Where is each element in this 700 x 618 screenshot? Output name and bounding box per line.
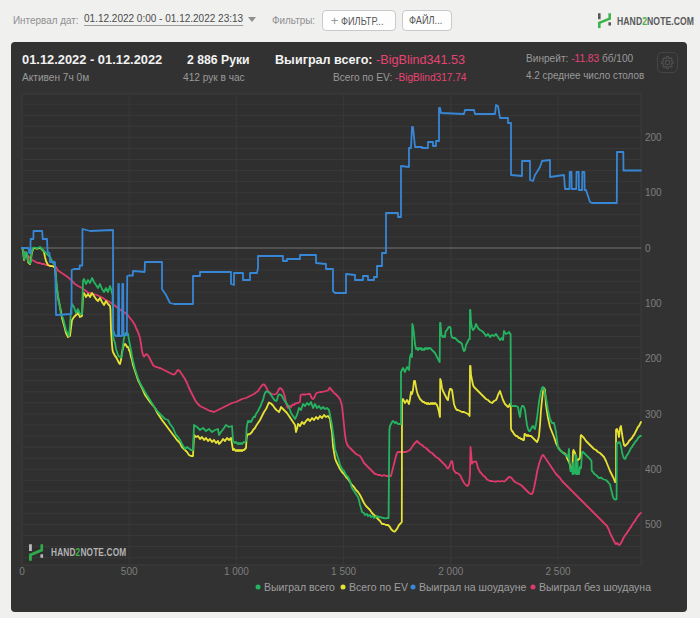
- svg-text:Выиграл на шоудауне: Выиграл на шоудауне: [419, 581, 526, 593]
- svg-text:2 500: 2 500: [545, 566, 570, 577]
- svg-text:1 500: 1 500: [331, 566, 356, 577]
- svg-text:200: 200: [645, 353, 662, 364]
- svg-text:100: 100: [645, 298, 662, 309]
- svg-text:2 000: 2 000: [438, 566, 463, 577]
- svg-text:Выиграл без шоудауна: Выиграл без шоудауна: [539, 581, 651, 593]
- svg-text:0: 0: [19, 566, 25, 577]
- svg-text:200: 200: [645, 132, 662, 143]
- svg-text:500: 500: [121, 566, 138, 577]
- svg-text:400: 400: [645, 464, 662, 475]
- svg-text:500: 500: [645, 519, 662, 530]
- svg-text:0: 0: [645, 243, 651, 254]
- svg-text:Выиграл всего: Выиграл всего: [264, 581, 335, 593]
- svg-text:1 000: 1 000: [224, 566, 249, 577]
- svg-text:Всего по EV: Всего по EV: [349, 581, 408, 593]
- svg-text:HAND2NOTE.COM: HAND2NOTE.COM: [617, 15, 694, 27]
- svg-text:300: 300: [645, 409, 662, 420]
- svg-text:100: 100: [645, 187, 662, 198]
- svg-text:HAND2NOTE.COM: HAND2NOTE.COM: [51, 547, 126, 559]
